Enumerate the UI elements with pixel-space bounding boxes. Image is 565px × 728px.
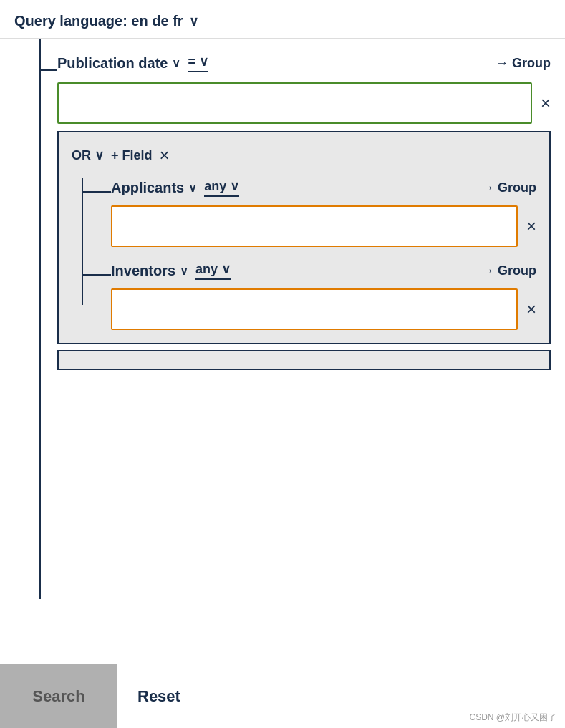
inventors-label: Inventors [111,263,175,279]
or-group-close-btn[interactable]: × [160,145,170,165]
publication-date-section: Publication date ∨ = ∨ → Group × [0,39,565,131]
pub-date-op-chevron: ∨ [199,54,208,69]
applicants-field-row: Applicants ∨ any ∨ → Group [111,178,536,197]
inventors-chevron: ∨ [180,264,188,278]
or-group-content: Applicants ∨ any ∨ → Group [72,178,536,330]
applicants-operator-selector[interactable]: any ∨ [204,178,239,197]
pub-date-connector [39,69,57,71]
pub-date-input-row: × [57,82,551,124]
inventors-operator-selector[interactable]: any ∨ [195,261,231,280]
applicants-label-selector[interactable]: Applicants ∨ [111,180,197,196]
inventors-section: Inventors ∨ any ∨ → Group [111,261,536,330]
pub-date-chevron: ∨ [172,57,180,70]
applicants-section: Applicants ∨ any ∨ → Group [111,178,536,247]
inventors-input[interactable] [111,288,518,330]
pub-date-input[interactable] [57,82,532,124]
watermark: CSDN @刘开心又困了 [469,712,556,724]
applicants-op-chevron: ∨ [230,178,239,194]
inventors-field-row: Inventors ∨ any ∨ → Group [111,261,536,280]
inventors-input-row: × [111,288,536,330]
or-label-selector[interactable]: OR ∨ [72,147,104,163]
or-group-header: OR ∨ + Field × [72,145,536,165]
or-vertical-line [82,178,83,305]
applicants-connector [82,191,111,193]
or-group-box: OR ∨ + Field × [57,131,551,344]
pub-date-label: Publication date [57,55,168,72]
applicants-close-btn[interactable]: × [526,216,536,236]
pub-date-label-selector[interactable]: Publication date ∨ [57,55,180,72]
inventors-op-chevron: ∨ [221,261,231,277]
applicants-label: Applicants [111,180,184,196]
or-group-container: OR ∨ + Field × [57,131,551,370]
next-section-partial [57,350,551,370]
header: Query language: en de fr ∨ [0,0,565,39]
add-field-btn[interactable]: + Field [111,148,153,163]
pub-date-close-btn[interactable]: × [541,93,551,113]
search-button[interactable]: Search [0,664,117,729]
query-language-selector[interactable]: Query language: en de fr ∨ [14,13,551,29]
applicants-operator: any [204,179,226,194]
inventors-close-btn[interactable]: × [526,299,536,319]
inventors-operator: any [195,262,218,277]
inventors-label-selector[interactable]: Inventors ∨ [111,263,188,279]
applicants-input-row: × [111,205,536,247]
applicants-group-btn[interactable]: → Group [481,180,536,195]
reset-button[interactable]: Reset [117,687,201,706]
query-language-chevron: ∨ [189,14,198,29]
pub-date-operator: = [188,54,195,69]
query-language-label: Query language: en de fr [14,13,183,29]
footer: Search Reset CSDN @刘开心又困了 [0,664,565,728]
pub-date-operator-selector[interactable]: = ∨ [188,54,208,72]
or-label-text: OR [72,148,91,163]
inventors-connector [82,274,111,276]
pub-date-group-btn[interactable]: → Group [496,56,551,71]
inventors-group-btn[interactable]: → Group [481,263,536,278]
pub-date-field-row: Publication date ∨ = ∨ → Group [57,54,551,72]
applicants-input[interactable] [111,205,518,247]
applicants-chevron: ∨ [188,181,197,195]
or-chevron: ∨ [95,147,104,163]
